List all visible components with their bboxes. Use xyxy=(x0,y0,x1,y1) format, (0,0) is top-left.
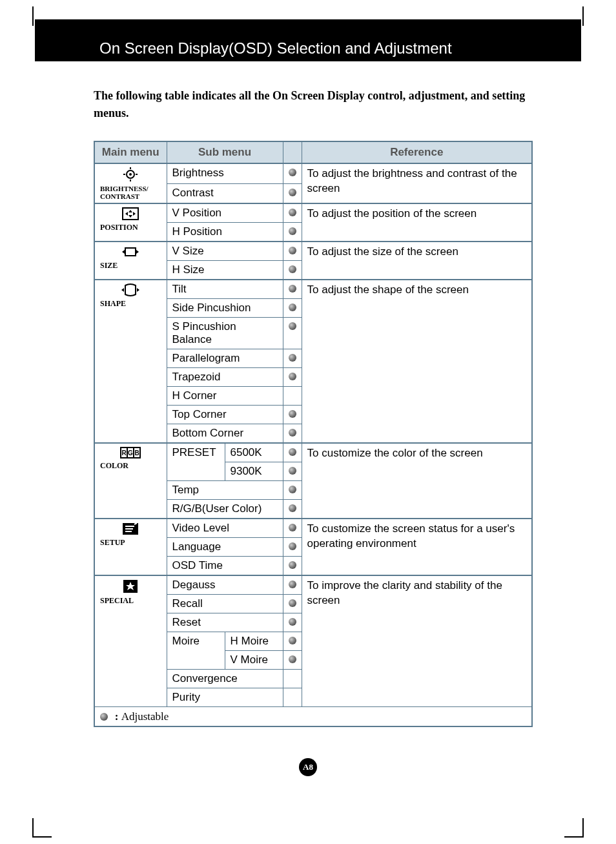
mainmenu-label: SETUP xyxy=(100,539,161,547)
submenu-item: Purity xyxy=(167,688,283,707)
page: On Screen Display(OSD) Selection and Adj… xyxy=(0,0,616,844)
mainmenu-label: SPECIAL xyxy=(100,597,161,605)
submenu-item: Parallelogram xyxy=(167,349,283,368)
submenu-item: 6500K xyxy=(225,443,283,462)
adjustable-marker xyxy=(283,538,302,557)
size-icon xyxy=(100,245,161,259)
legend-row: : Adjustable xyxy=(94,707,532,726)
crop-mark xyxy=(32,6,34,26)
mainmenu-position: POSITION xyxy=(94,203,167,242)
table-row: SIZE V Size To adjust the size of the sc… xyxy=(94,242,532,261)
col-dot xyxy=(283,141,302,163)
dot-icon xyxy=(100,713,108,721)
svg-marker-9 xyxy=(125,212,128,216)
mainmenu-label: SIZE xyxy=(100,262,161,270)
page-title: On Screen Display(OSD) Selection and Adj… xyxy=(99,39,452,57)
legend-text: Adjustable xyxy=(121,710,169,723)
dot-icon xyxy=(289,486,296,493)
table-row: RGB COLOR PRESET 6500K To customize the … xyxy=(94,443,532,462)
adjustable-marker xyxy=(283,481,302,500)
adjustable-marker xyxy=(283,519,302,538)
adjustable-marker xyxy=(283,349,302,368)
svg-text:B: B xyxy=(135,449,139,457)
svg-text:R: R xyxy=(122,449,127,457)
mainmenu-label: POSITION xyxy=(100,223,161,232)
submenu-item: V Size xyxy=(167,242,283,261)
submenu-item: Temp xyxy=(167,481,283,500)
setup-icon xyxy=(100,522,161,536)
adjustable-marker xyxy=(283,406,302,424)
submenu-item: Tilt xyxy=(167,280,283,299)
reference-text: To adjust the position of the screen xyxy=(302,203,532,242)
adjustable-marker xyxy=(283,424,302,444)
dot-icon xyxy=(289,169,296,176)
col-main-menu: Main menu xyxy=(94,141,167,163)
svg-marker-13 xyxy=(136,250,139,254)
shape-icon xyxy=(100,283,161,297)
dot-icon xyxy=(289,542,296,550)
special-icon xyxy=(100,579,161,594)
osd-table-container: Main menu Sub menu Reference BRIGHTNESS/… xyxy=(94,141,533,727)
brightness-icon xyxy=(100,167,161,182)
submenu-item: Recall xyxy=(167,595,283,613)
table-row: BRIGHTNESS/CONTRAST Brightness To adjust… xyxy=(94,163,532,183)
legend-prefix: : xyxy=(115,710,121,723)
reference-text: To adjust the brightness and contrast of… xyxy=(302,163,532,203)
submenu-item: Brightness xyxy=(167,163,283,183)
adjustable-marker xyxy=(283,299,302,318)
submenu-item: Video Level xyxy=(167,519,283,538)
submenu-item: V Position xyxy=(167,203,283,223)
color-icon: RGB xyxy=(100,446,161,459)
adjustable-marker xyxy=(283,670,302,688)
crop-mark xyxy=(582,6,584,26)
mainmenu-label: SHAPE xyxy=(100,300,161,308)
submenu-item: H Position xyxy=(167,223,283,242)
svg-point-1 xyxy=(129,173,132,176)
submenu-item: R/G/B(User Color) xyxy=(167,500,283,519)
submenu-item: Contrast xyxy=(167,183,283,203)
submenu-item: Top Corner xyxy=(167,406,283,424)
svg-marker-15 xyxy=(137,288,139,292)
adjustable-marker xyxy=(283,632,302,651)
submenu-item: Reset xyxy=(167,613,283,632)
dot-icon xyxy=(289,429,296,437)
dot-icon xyxy=(289,209,296,216)
dot-icon xyxy=(289,504,296,512)
adjustable-marker xyxy=(283,368,302,387)
adjustable-marker xyxy=(283,387,302,406)
adjustable-marker xyxy=(283,318,302,349)
reference-text: To improve the clarity and stability of … xyxy=(302,575,532,707)
svg-rect-6 xyxy=(123,208,138,220)
dot-icon xyxy=(289,655,296,663)
crop-mark xyxy=(564,836,584,838)
submenu-item: Moire xyxy=(167,632,225,670)
submenu-item: S Pincushion Balance xyxy=(167,318,283,349)
svg-marker-8 xyxy=(128,215,132,218)
adjustable-marker xyxy=(283,183,302,203)
adjustable-marker xyxy=(283,595,302,613)
mainmenu-color: RGB COLOR xyxy=(94,443,167,519)
crop-mark xyxy=(582,818,584,838)
dot-icon xyxy=(289,637,296,644)
svg-marker-12 xyxy=(122,250,125,254)
submenu-item: H Corner xyxy=(167,387,283,406)
mainmenu-label: BRIGHTNESS/CONTRAST xyxy=(100,185,161,200)
dot-icon xyxy=(289,373,296,380)
submenu-item: V Moire xyxy=(225,651,283,670)
adjustable-marker xyxy=(283,203,302,223)
dot-icon xyxy=(289,581,296,588)
dot-icon xyxy=(289,265,296,273)
svg-marker-10 xyxy=(133,212,136,216)
adjustable-marker xyxy=(283,280,302,299)
dot-icon xyxy=(289,285,296,293)
intro-text: The following table indicates all the On… xyxy=(94,87,526,122)
dot-icon xyxy=(289,448,296,456)
mainmenu-size: SIZE xyxy=(94,242,167,280)
header-bar: On Screen Display(OSD) Selection and Adj… xyxy=(35,19,581,61)
submenu-item: Degauss xyxy=(167,575,283,595)
adjustable-marker xyxy=(283,500,302,519)
mainmenu-brightness: BRIGHTNESS/CONTRAST xyxy=(94,163,167,203)
table-row: SHAPE Tilt To adjust the shape of the sc… xyxy=(94,280,532,299)
dot-icon xyxy=(289,561,296,569)
dot-icon xyxy=(289,410,296,418)
